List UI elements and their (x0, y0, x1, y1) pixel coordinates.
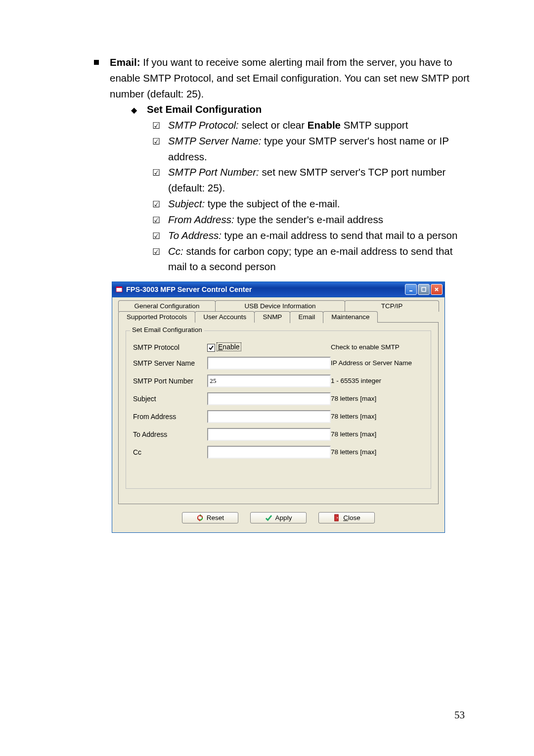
config-list: ☑SMTP Protocol: select or clear Enable S… (152, 117, 470, 275)
checkbox-icon: ☑ (152, 166, 160, 196)
input-subject[interactable] (207, 392, 331, 405)
label-smtp-server: SMTP Server Name (133, 359, 207, 367)
svg-rect-3 (422, 287, 426, 291)
list-item: ☑Cc: stands for carbon copy; type an e-m… (152, 243, 470, 275)
label-smtp-port: SMTP Port Number (133, 377, 207, 385)
hint-smtp-protocol: Check to enable SMTP (331, 343, 424, 351)
door-icon (333, 514, 340, 521)
svg-rect-9 (337, 517, 338, 518)
tab-user-accounts[interactable]: User Accounts (195, 311, 255, 323)
hint-subject: 78 letters [max] (331, 395, 424, 402)
tab-general[interactable]: General Configuration (118, 300, 216, 312)
checkbox-enable[interactable] (207, 344, 215, 352)
list-item: ☑SMTP Protocol: select or clear Enable S… (152, 117, 470, 133)
reset-button[interactable]: Reset (182, 512, 238, 523)
label-smtp-protocol: SMTP Protocol (133, 343, 207, 351)
label-cc: Cc (133, 448, 207, 456)
tab-usb[interactable]: USB Device Information (215, 300, 345, 312)
email-heading: Email: (110, 56, 140, 68)
checkbox-icon: ☑ (152, 245, 160, 275)
tab-row-top: General Configuration USB Device Informa… (118, 300, 439, 312)
titlebar[interactable]: FPS-3003 MFP Server Control Center (112, 282, 445, 297)
tab-row-bottom: Supported Protocols User Accounts SNMP E… (118, 311, 439, 323)
refresh-icon (196, 514, 204, 521)
diamond-bullet-icon: ◆ (131, 104, 137, 117)
list-item: ☑Subject: type the subject of the e-mail… (152, 196, 470, 212)
checkbox-icon: ☑ (152, 119, 160, 133)
input-smtp-port[interactable] (207, 375, 331, 387)
tab-maintenance[interactable]: Maintenance (323, 311, 378, 323)
close-dialog-button[interactable]: Close (318, 512, 375, 523)
email-text: If you want to receive some alerting mai… (110, 56, 469, 99)
label-to: To Address (133, 430, 207, 438)
app-icon (115, 285, 123, 293)
subsection-set-email: ◆ Set Email Configuration (131, 101, 470, 117)
check-icon (265, 514, 272, 521)
tab-protocols[interactable]: Supported Protocols (118, 311, 195, 323)
dialog-window: FPS-3003 MFP Server Control Center Gener… (112, 282, 445, 532)
hint-to: 78 letters [max] (331, 430, 424, 438)
group-legend: Set Email Configuration (130, 326, 204, 333)
page-number: 53 (454, 709, 465, 721)
input-cc[interactable] (207, 446, 331, 459)
svg-rect-0 (116, 287, 122, 292)
button-row: Reset Apply Close (118, 509, 439, 526)
tab-pane: Set Email Configuration SMTP Protocol En… (118, 322, 439, 504)
minimize-button[interactable] (405, 284, 417, 295)
hint-from: 78 letters [max] (331, 413, 424, 420)
hint-cc: 78 letters [max] (331, 448, 424, 456)
set-email-heading: Set Email Configuration (147, 101, 262, 117)
input-to[interactable] (207, 428, 331, 441)
checkbox-enable-label[interactable]: Enable (217, 342, 241, 351)
tab-snmp[interactable]: SNMP (254, 311, 290, 323)
close-button[interactable] (431, 284, 443, 295)
window-title: FPS-3003 MFP Server Control Center (126, 285, 405, 293)
svg-marker-7 (199, 519, 200, 521)
section-email: Email: If you want to receive some alert… (94, 54, 470, 275)
checkbox-icon: ☑ (152, 135, 160, 165)
input-smtp-server[interactable] (207, 357, 331, 370)
tab-tcpip[interactable]: TCP/IP (345, 300, 439, 312)
hint-smtp-server: IP Address or Server Name (331, 359, 424, 367)
hint-smtp-port: 1 - 65535 integer (331, 377, 424, 384)
checkbox-icon: ☑ (152, 214, 160, 228)
label-from: From Address (133, 413, 207, 421)
input-from[interactable] (207, 410, 331, 423)
svg-rect-1 (116, 286, 122, 288)
square-bullet-icon (94, 60, 99, 65)
checkbox-icon: ☑ (152, 230, 160, 243)
list-item: ☑SMTP Port Number: set new SMTP server's… (152, 164, 470, 196)
label-subject: Subject (133, 395, 207, 403)
list-item: ☑SMTP Server Name: type your SMTP server… (152, 133, 470, 165)
checkbox-icon: ☑ (152, 198, 160, 212)
group-email-config: Set Email Configuration SMTP Protocol En… (126, 331, 431, 488)
tab-email[interactable]: Email (290, 311, 323, 323)
list-item: ☑From Address: type the sender's e-mail … (152, 212, 470, 228)
list-item: ☑To Address: type an e-mail address to s… (152, 228, 470, 243)
maximize-button[interactable] (418, 284, 430, 295)
apply-button[interactable]: Apply (250, 512, 307, 523)
